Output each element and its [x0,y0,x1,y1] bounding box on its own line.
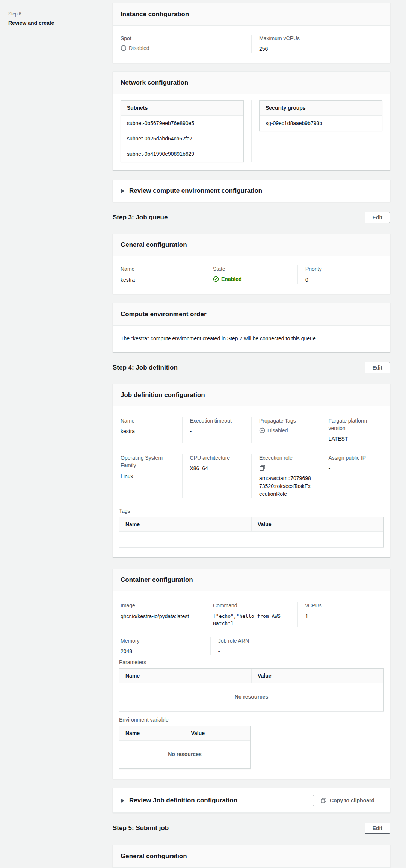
copy-to-clipboard-button[interactable]: Copy to clipboard [313,795,382,806]
queue-state-status: Enabled [213,276,241,282]
parameters-value-header: Value [251,669,383,683]
main-content: Instance configuration Spot Disabled Max… [113,0,390,868]
subnet-row: subnet-0b25dabd64cb62fe7 [121,131,243,146]
subnets-pane: Subnets subnet-0b5679eeb76e890e5 subnet-… [113,100,251,162]
image-value: ghcr.io/kestra-io/pydata:latest [121,613,198,620]
copy-execution-role-button[interactable] [259,465,266,472]
execution-timeout-field: Execution timeout - [182,417,252,443]
subnet-row: subnet-0b41990e90891b629 [121,146,243,162]
queue-name-field: Name kestra [113,265,205,284]
step5-edit-button[interactable]: Edit [365,823,390,834]
wizard-sidebar: Step 6 Review and create [0,0,109,26]
sidebar-divider [8,5,83,5]
queue-priority-label: Priority [305,265,382,273]
copy-icon [321,797,327,803]
env-name-header: Name [119,726,185,740]
subnets-header: Subnets [121,101,243,115]
step3-edit-button[interactable]: Edit [365,212,390,223]
cpu-architecture-label: CPU architecture [190,454,244,462]
assign-public-ip-field: Assign public IP - [321,454,390,498]
jobdef-name-value: kestra [121,427,175,435]
queue-state-value: Enabled [221,276,241,282]
enabled-check-icon [213,276,219,282]
fargate-platform-version-field: Fargate platform version LATEST [321,417,390,443]
execution-role-label: Execution role [259,454,313,462]
image-label: Image [121,602,198,609]
security-groups-header: Security groups [260,101,382,115]
os-family-label: Operating System Family [121,454,166,469]
instance-configuration-card: Instance configuration Spot Disabled Max… [113,3,390,63]
fargate-platform-version-value: LATEST [329,435,383,443]
environment-variable-label: Environment variable [119,717,384,723]
max-vcpus-label: Maximum vCPUs [259,35,382,42]
memory-field: Memory 2048 [113,637,210,655]
vcpus-value: 1 [305,613,382,620]
command-label: Command [213,602,290,609]
job-definition-configuration-title: Job definition configuration [121,391,382,399]
disabled-icon [121,45,127,51]
step4-edit-button[interactable]: Edit [365,362,390,373]
assign-public-ip-value: - [329,465,383,472]
job-role-arn-value: - [218,648,382,655]
environment-variable-table: Name Value No resources [119,726,251,769]
propagate-tags-field: Propagate Tags Disabled [251,417,321,443]
memory-value: 2048 [121,648,203,655]
tags-table: Name Value [119,517,384,547]
disabled-icon [259,427,265,433]
queue-state-label: State [213,265,290,273]
command-field: Command ["echo","hello from AWS Batch"] [205,602,297,627]
instance-configuration-title: Instance configuration [121,11,382,18]
subnets-table: Subnets subnet-0b5679eeb76e890e5 subnet-… [121,100,244,162]
security-group-row: sg-09ec1d8aaeb9b793b [260,115,382,131]
queue-priority-value: 0 [305,276,382,284]
copy-to-clipboard-label: Copy to clipboard [330,797,374,803]
spot-field: Spot Disabled [113,35,251,53]
tags-value-header: Value [251,517,383,531]
execution-timeout-label: Execution timeout [190,417,244,424]
queue-priority-field: Priority 0 [297,265,390,284]
spot-status: Disabled [121,45,149,51]
security-groups-table: Security groups sg-09ec1d8aaeb9b793b [259,100,382,131]
execution-role-value: arn:aws:iam::707969873520:role/ecsTaskEx… [259,474,312,498]
env-value-header: Value [185,726,251,740]
cpu-architecture-value: X86_64 [190,465,244,472]
compute-environment-order-card: Compute environment order The "kestra" c… [113,303,390,352]
queue-state-field: State Enabled [205,265,297,284]
job-definition-configuration-card: Job definition configuration Name kestra… [113,384,390,558]
compute-environment-order-text: The "kestra" compute environment created… [113,335,390,341]
vcpus-field: vCPUs 1 [297,602,390,627]
submit-job-general-configuration-card: General configuration Name kestra Job de… [113,845,390,868]
queue-name-label: Name [121,265,198,273]
os-family-field: Operating System Family Linux [113,454,182,498]
fargate-platform-version-label: Fargate platform version [329,417,374,432]
review-job-definition-label: Review Job definition configuration [129,797,313,804]
os-family-value: Linux [121,472,175,480]
subnet-row: subnet-0b5679eeb76e890e5 [121,115,243,131]
network-configuration-card: Network configuration Subnets subnet-0b5… [113,71,390,170]
caret-right-icon [121,189,125,193]
tags-empty-row [119,532,383,547]
parameters-table: Name Value No resources [119,668,384,711]
jobdef-name-field: Name kestra [113,417,182,443]
sidebar-item-review-and-create[interactable]: Review and create [8,20,109,26]
parameters-label: Parameters [119,659,384,665]
cpu-architecture-field: CPU architecture X86_64 [182,454,252,498]
propagate-tags-label: Propagate Tags [259,417,313,424]
vcpus-label: vCPUs [305,602,382,609]
copy-icon [259,465,266,471]
job-role-arn-field: Job role ARN - [210,637,390,655]
max-vcpus-value: 256 [259,45,382,53]
image-field: Image ghcr.io/kestra-io/pydata:latest [113,602,205,627]
command-value: ["echo","hello from AWS Batch"] [213,613,284,627]
review-job-definition-expander[interactable]: Review Job definition configuration Copy… [113,788,390,813]
job-queue-general-configuration-card: General configuration Name kestra State … [113,234,390,294]
parameters-name-header: Name [119,669,251,683]
propagate-tags-value: Disabled [267,427,288,433]
memory-label: Memory [121,637,203,645]
queue-name-value: kestra [121,276,198,284]
spot-label: Spot [121,35,244,42]
tags-name-header: Name [119,517,251,531]
review-compute-environment-expander[interactable]: Review compute environment configuration [113,180,390,202]
spot-value: Disabled [129,45,149,51]
step4-heading: Step 4: Job definition [113,364,178,371]
